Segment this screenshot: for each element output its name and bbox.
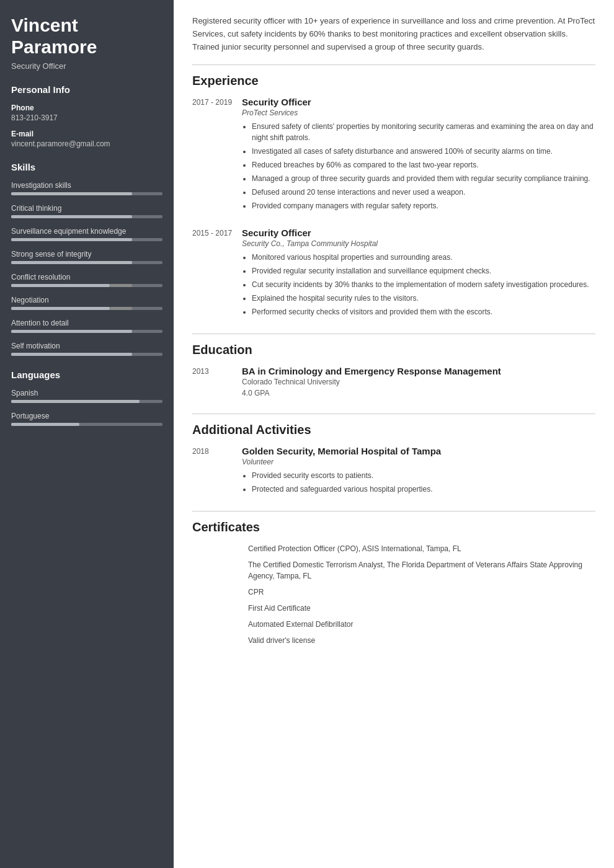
summary-divider xyxy=(192,64,595,65)
language-name: Spanish xyxy=(11,389,162,397)
experience-section-title: Experience xyxy=(192,74,595,88)
skill-name: Self motivation xyxy=(11,342,162,350)
sidebar: Vincent Paramore Security Officer Person… xyxy=(0,0,174,868)
languages-list: Spanish Portuguese xyxy=(11,389,162,426)
bullet-item: Explained the hospital security rules to… xyxy=(252,293,595,304)
entry-bullets: Provided security escorts to patients.Pr… xyxy=(242,470,595,495)
skill-bar xyxy=(11,238,162,241)
skills-title: Skills xyxy=(11,162,162,172)
entry-title: Security Officer xyxy=(242,228,595,238)
bullet-item: Investigated all cases of safety disturb… xyxy=(252,146,595,157)
bullet-item: Performed security checks of visitors an… xyxy=(252,306,595,317)
education-entry: 2013 BA in Criminology and Emergency Res… xyxy=(192,366,595,400)
skill-bar xyxy=(11,261,162,264)
languages-title: Languages xyxy=(11,370,162,380)
skill-item: Conflict resolution xyxy=(11,273,162,287)
entry-date: 2018 xyxy=(192,446,242,497)
education-section-title: Education xyxy=(192,343,595,357)
skill-bar xyxy=(11,330,162,333)
email-value: vincent.paramore@gmail.com xyxy=(11,140,162,148)
skill-name: Attention to detail xyxy=(11,319,162,327)
bullet-item: Ensured safety of clients' properties by… xyxy=(252,121,595,143)
language-bar xyxy=(11,400,162,403)
skill-name: Strong sense of integrity xyxy=(11,250,162,259)
bullet-item: Protected and safeguarded various hospit… xyxy=(252,484,595,495)
skill-bar xyxy=(11,192,162,195)
language-item: Portuguese xyxy=(11,412,162,426)
bullet-item: Defused around 20 tense interactions and… xyxy=(252,187,595,198)
entry-title: Golden Security, Memorial Hospital of Ta… xyxy=(242,446,595,456)
experience-list: 2017 - 2019 Security Officer ProTect Ser… xyxy=(192,97,595,320)
email-label: E-mail xyxy=(11,130,162,138)
skill-bar xyxy=(11,284,162,287)
skill-name: Surveillance equipment knowledge xyxy=(11,227,162,236)
skill-item: Attention to detail xyxy=(11,319,162,333)
skill-item: Negotiation xyxy=(11,296,162,310)
certificates-entry: Certified Protection Officer (CPO), ASIS… xyxy=(192,543,595,651)
bullet-item: Monitored various hospital properties an… xyxy=(252,252,595,263)
entry-content: Golden Security, Memorial Hospital of Ta… xyxy=(242,446,595,497)
entry-content: Certified Protection Officer (CPO), ASIS… xyxy=(242,543,595,651)
language-item: Spanish xyxy=(11,389,162,403)
experience-divider xyxy=(192,334,595,334)
entry-date: 2017 - 2019 xyxy=(192,97,242,214)
entry-subtitle: Colorado Technical University xyxy=(242,378,595,386)
main-content: Registered security officer with 10+ yea… xyxy=(174,0,614,868)
certificate-item: Valid driver's license xyxy=(242,635,595,646)
language-name: Portuguese xyxy=(11,412,162,420)
certificates-section-title: Certificates xyxy=(192,520,595,534)
skill-bar xyxy=(11,307,162,310)
skill-item: Investigation skills xyxy=(11,181,162,195)
activities-divider xyxy=(192,511,595,512)
certificate-item: First Aid Certificate xyxy=(242,603,595,614)
phone-value: 813-210-3917 xyxy=(11,113,162,122)
skill-name: Negotiation xyxy=(11,296,162,304)
entry-subtitle: Security Co., Tampa Community Hospital xyxy=(242,239,595,248)
certificate-item: The Certified Domestic Terrorism Analyst… xyxy=(242,559,595,582)
entry-content: Security Officer ProTect Services Ensure… xyxy=(242,97,595,214)
entry-date: 2013 xyxy=(192,366,242,400)
skill-bar xyxy=(11,353,162,356)
education-list: 2013 BA in Criminology and Emergency Res… xyxy=(192,366,595,400)
bullet-item: Provided regular security installation a… xyxy=(252,265,595,277)
skill-name: Conflict resolution xyxy=(11,273,162,281)
entry-bullets: Monitored various hospital properties an… xyxy=(242,252,595,317)
entry-extra: 4.0 GPA xyxy=(242,389,595,397)
entry-date: 2015 - 2017 xyxy=(192,228,242,320)
entry-bullets: Ensured safety of clients' properties by… xyxy=(242,121,595,211)
skill-item: Surveillance equipment knowledge xyxy=(11,227,162,241)
entry-subtitle: Volunteer xyxy=(242,458,595,466)
entry-content: Security Officer Security Co., Tampa Com… xyxy=(242,228,595,320)
entry-subtitle: ProTect Services xyxy=(242,108,595,117)
skill-name: Critical thinking xyxy=(11,204,162,213)
bullet-item: Managed a group of three security guards… xyxy=(252,173,595,184)
candidate-job-title: Security Officer xyxy=(11,61,162,71)
activity-entry: 2018 Golden Security, Memorial Hospital … xyxy=(192,446,595,497)
cert-list: Certified Protection Officer (CPO), ASIS… xyxy=(242,543,595,646)
activities-section-title: Additional Activities xyxy=(192,423,595,437)
certificate-item: Certified Protection Officer (CPO), ASIS… xyxy=(242,543,595,554)
certificates-list: Certified Protection Officer (CPO), ASIS… xyxy=(192,543,595,651)
language-bar xyxy=(11,423,162,426)
phone-label: Phone xyxy=(11,104,162,112)
candidate-name: Vincent Paramore xyxy=(11,15,162,58)
entry-title: BA in Criminology and Emergency Response… xyxy=(242,366,595,376)
summary-text: Registered security officer with 10+ yea… xyxy=(192,15,595,53)
bullet-item: Provided company managers with regular s… xyxy=(252,200,595,211)
experience-entry: 2017 - 2019 Security Officer ProTect Ser… xyxy=(192,97,595,214)
bullet-item: Provided security escorts to patients. xyxy=(252,470,595,481)
experience-entry: 2015 - 2017 Security Officer Security Co… xyxy=(192,228,595,320)
education-divider xyxy=(192,414,595,414)
skill-item: Strong sense of integrity xyxy=(11,250,162,264)
certificate-item: CPR xyxy=(242,587,595,598)
entry-title: Security Officer xyxy=(242,97,595,107)
entry-date xyxy=(192,543,242,651)
personal-info-title: Personal Info xyxy=(11,84,162,95)
skills-list: Investigation skills Critical thinking S… xyxy=(11,181,162,356)
skill-item: Self motivation xyxy=(11,342,162,356)
bullet-item: Reduced breaches by 60% as compared to t… xyxy=(252,159,595,170)
activities-list: 2018 Golden Security, Memorial Hospital … xyxy=(192,446,595,497)
skill-bar xyxy=(11,215,162,218)
skill-name: Investigation skills xyxy=(11,181,162,190)
entry-content: BA in Criminology and Emergency Response… xyxy=(242,366,595,400)
